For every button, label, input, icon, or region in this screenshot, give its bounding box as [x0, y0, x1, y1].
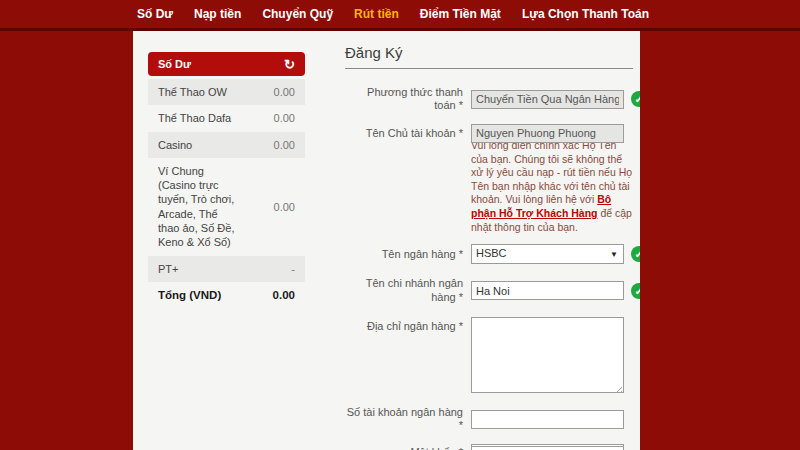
valid-check-icon: ✓	[631, 246, 640, 262]
chevron-down-icon: ▼	[610, 251, 618, 259]
balance-label: Ví Chung (Casino trực tuyến, Trò chơi, A…	[158, 164, 242, 250]
balance-label: Thể Thao Dafa	[158, 111, 231, 125]
total-label: Tổng (VND)	[158, 288, 221, 303]
bank-address-label: Địa chỉ ngân hàng *	[345, 317, 471, 333]
balance-row-vi-chung: Ví Chung (Casino trực tuyến, Trò chơi, A…	[148, 158, 305, 256]
account-number-input[interactable]	[471, 410, 624, 429]
account-name-help-text: Vui lòng điền chính xác Họ Tên của bạn. …	[471, 139, 633, 234]
balance-label: PT+	[158, 262, 178, 276]
bank-address-textarea[interactable]	[471, 317, 624, 393]
account-holder-input[interactable]	[471, 124, 624, 143]
bank-name-select[interactable]: HSBC ▼	[471, 244, 624, 264]
bank-name-label: Tên ngân hàng *	[345, 248, 471, 261]
nav-item-diem-tien-mat[interactable]: Điểm Tiền Mặt	[420, 7, 501, 21]
top-nav: Số Dư Nạp tiền Chuyển Quỹ Rút tiền Điểm …	[0, 0, 800, 31]
balance-value: 0.00	[274, 86, 295, 98]
balance-row-total: Tổng (VND) 0.00	[148, 282, 305, 309]
row-account-holder: Tên Chủ tài khoản *	[345, 123, 633, 143]
balance-value: 0.00	[274, 112, 295, 124]
account-holder-label: Tên Chủ tài khoản *	[345, 127, 471, 140]
row-account-number: Số tài khoản ngân hàng *	[345, 406, 633, 432]
bank-name-selected-value: HSBC	[476, 247, 507, 259]
valid-check-icon: ✓	[631, 283, 640, 299]
partial-input	[471, 446, 624, 450]
register-form: Đăng Ký Phương thức thanh toán * ✓ Tên C…	[345, 44, 633, 450]
balance-row-the-thao-ow: Thể Thao OW 0.00	[148, 79, 305, 105]
row-payment-method: Phương thức thanh toán * ✓	[345, 86, 633, 112]
balance-row-pt-plus: PT+ -	[148, 256, 305, 282]
sidebar-header-balance[interactable]: Số Dư ↻	[148, 52, 305, 76]
nav-item-nap-tien[interactable]: Nạp tiền	[194, 7, 241, 21]
balance-value: 0.00	[274, 201, 295, 213]
bank-branch-label: Tên chi nhánh ngân hàng *	[345, 277, 471, 303]
bank-branch-input[interactable]	[471, 281, 624, 300]
row-bank-branch: Tên chi nhánh ngân hàng * ✓	[345, 277, 633, 303]
balance-value: -	[291, 263, 295, 275]
refresh-icon[interactable]: ↻	[284, 58, 295, 71]
row-bank-address: Địa chỉ ngân hàng *	[345, 317, 633, 397]
balance-sidebar: Số Dư ↻ Thể Thao OW 0.00 Thể Thao Dafa 0…	[148, 52, 305, 309]
password-label: Mật khẩu *	[345, 446, 471, 450]
total-value: 0.00	[273, 289, 295, 301]
nav-item-chuyen-quy[interactable]: Chuyển Quỹ	[262, 7, 333, 21]
nav-item-so-du[interactable]: Số Dư	[137, 7, 173, 21]
balance-header-label: Số Dư	[158, 58, 191, 70]
payment-method-label: Phương thức thanh toán *	[345, 86, 471, 112]
balance-row-the-thao-dafa: Thể Thao Dafa 0.00	[148, 105, 305, 131]
page: Số Dư Nạp tiền Chuyển Quỹ Rút tiền Điểm …	[0, 0, 800, 450]
balance-label: Casino	[158, 138, 192, 152]
valid-check-icon: ✓	[631, 91, 640, 107]
payment-method-input[interactable]	[471, 90, 624, 109]
content-panel: Số Dư ↻ Thể Thao OW 0.00 Thể Thao Dafa 0…	[133, 31, 640, 450]
account-number-label: Số tài khoản ngân hàng *	[345, 406, 471, 432]
form-title: Đăng Ký	[345, 44, 633, 69]
row-bank-name: Tên ngân hàng * HSBC ▼ ✓	[345, 244, 633, 264]
balance-value: 0.00	[274, 139, 295, 151]
nav-item-lua-chon-thanh-toan[interactable]: Lựa Chọn Thanh Toán	[522, 7, 649, 21]
nav-item-rut-tien[interactable]: Rút tiền	[354, 7, 399, 21]
balance-row-casino: Casino 0.00	[148, 132, 305, 158]
balance-label: Thể Thao OW	[158, 85, 227, 99]
